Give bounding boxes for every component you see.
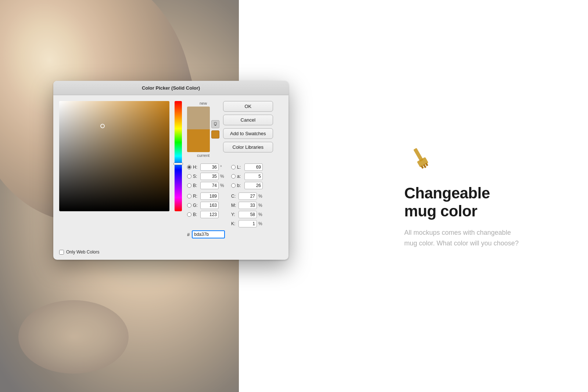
r-input[interactable]: 189 (200, 193, 219, 200)
K-unit: % (258, 221, 263, 226)
b-input[interactable]: 74 (200, 182, 219, 189)
right-content: Changeable mug color All mockups comes w… (404, 143, 522, 248)
C-label: C: (231, 194, 237, 199)
hex-row: # bda37b (187, 230, 283, 238)
paintbrush-icon (404, 143, 522, 174)
brgb-label: B: (193, 212, 199, 217)
paintbrush-svg (404, 143, 434, 173)
hex-hash-symbol: # (187, 232, 190, 237)
L-input[interactable]: 69 (244, 163, 263, 171)
dialog-titlebar: Color Picker (Solid Color) (53, 81, 288, 95)
s-unit: % (220, 174, 225, 179)
color-gradient-canvas[interactable] (59, 101, 169, 211)
a-label: a: (237, 174, 243, 179)
color-preview-wrapper: new (187, 101, 219, 158)
hsb-rgb-fields: H: 36 ° S: 35 % B: 7 (187, 163, 225, 227)
hex-input[interactable]: bda37b (192, 230, 225, 238)
h-field-row: H: 36 ° (187, 163, 225, 171)
L-field-row: L: 69 (231, 163, 263, 171)
r-radio[interactable] (187, 194, 191, 198)
Y-field-row: Y: 58 % (231, 211, 263, 218)
svg-rect-0 (214, 122, 216, 125)
C-input[interactable]: 27 (239, 193, 257, 200)
C-unit: % (258, 194, 263, 199)
cancel-button[interactable]: Cancel (223, 115, 273, 125)
hue-slider-container[interactable] (175, 101, 182, 211)
eyedropper-icon-box[interactable] (211, 120, 219, 128)
only-web-row: Only Web Colors (59, 249, 283, 255)
preview-color-current[interactable] (187, 129, 210, 152)
C-field-row: C: 27 % (231, 193, 263, 200)
ok-button[interactable]: OK (223, 101, 273, 112)
current-label: current (197, 153, 209, 158)
a-radio[interactable] (231, 174, 236, 179)
K-field-row: K: 1 % (231, 220, 263, 227)
color-picker-dialog: Color Picker (Solid Color) (53, 81, 288, 260)
K-label: K: (231, 221, 237, 226)
s-field-row: S: 35 % (187, 173, 225, 180)
only-web-checkbox[interactable] (59, 250, 64, 255)
blab-label: b: (237, 183, 243, 188)
hue-thumb (173, 163, 183, 165)
top-right: new (187, 101, 283, 158)
color-libraries-button[interactable]: Color Libraries (223, 142, 273, 152)
dialog-bottom: Only Web Colors (53, 244, 288, 260)
g-label: G: (193, 203, 199, 208)
g-field-row: G: 163 (187, 202, 225, 209)
brgb-field-row: B: 123 (187, 211, 225, 218)
brgb-radio[interactable] (187, 212, 191, 217)
b-field-row: B: 74 % (187, 182, 225, 189)
Y-unit: % (258, 212, 263, 217)
a-field-row: a: 5 (231, 173, 263, 180)
M-unit: % (258, 203, 263, 208)
add-to-swatches-button[interactable]: Add to Swatches (223, 128, 273, 139)
only-web-label: Only Web Colors (66, 249, 99, 255)
L-label: L: (237, 165, 243, 170)
M-label: M: (231, 203, 237, 208)
s-label: S: (193, 174, 199, 179)
b-radio[interactable] (187, 183, 191, 188)
L-radio[interactable] (231, 165, 236, 169)
g-radio[interactable] (187, 203, 191, 208)
feature-title: Changeable mug color (404, 184, 522, 220)
Y-label: Y: (231, 212, 237, 217)
color-fields-area: H: 36 ° S: 35 % B: 7 (187, 163, 283, 227)
h-radio[interactable] (187, 165, 191, 169)
M-field-row: M: 33 % (231, 202, 263, 209)
g-input[interactable]: 163 (200, 202, 219, 209)
feature-description: All mockups comes with changeable mug co… (404, 227, 522, 249)
s-radio[interactable] (187, 174, 191, 179)
color-swatch-icon-box[interactable] (211, 130, 219, 139)
h-input[interactable]: 36 (200, 163, 219, 171)
blab-field-row: b: 26 (231, 182, 263, 189)
M-input[interactable]: 33 (239, 202, 257, 209)
blab-input[interactable]: 26 (244, 182, 263, 189)
brgb-input[interactable]: 123 (200, 211, 219, 218)
hue-slider[interactable] (175, 101, 182, 211)
s-input[interactable]: 35 (200, 173, 219, 180)
new-label: new (200, 101, 207, 105)
h-label: H: (193, 165, 199, 170)
svg-rect-1 (215, 125, 216, 126)
lab-cmyk-fields: L: 69 a: 5 b: 26 (231, 163, 263, 227)
r-label: R: (193, 194, 199, 199)
a-input[interactable]: 5 (244, 173, 263, 180)
b-label: B: (193, 183, 199, 188)
K-input[interactable]: 1 (239, 220, 257, 227)
preview-color-new[interactable] (187, 107, 210, 129)
h-unit: ° (220, 165, 225, 170)
gradient-field (59, 101, 169, 211)
paintbrush-group (411, 147, 430, 170)
blab-radio[interactable] (231, 183, 236, 188)
r-field-row: R: 189 (187, 193, 225, 200)
b-unit: % (220, 183, 225, 188)
dialog-title: Color Picker (Solid Color) (142, 85, 200, 91)
right-section: new (187, 101, 283, 238)
eyedropper-icon (213, 122, 218, 126)
buttons-col: OK Cancel Add to Swatches Color Librarie… (223, 101, 273, 158)
swatch-icons-col (211, 107, 219, 152)
Y-input[interactable]: 58 (239, 211, 257, 218)
